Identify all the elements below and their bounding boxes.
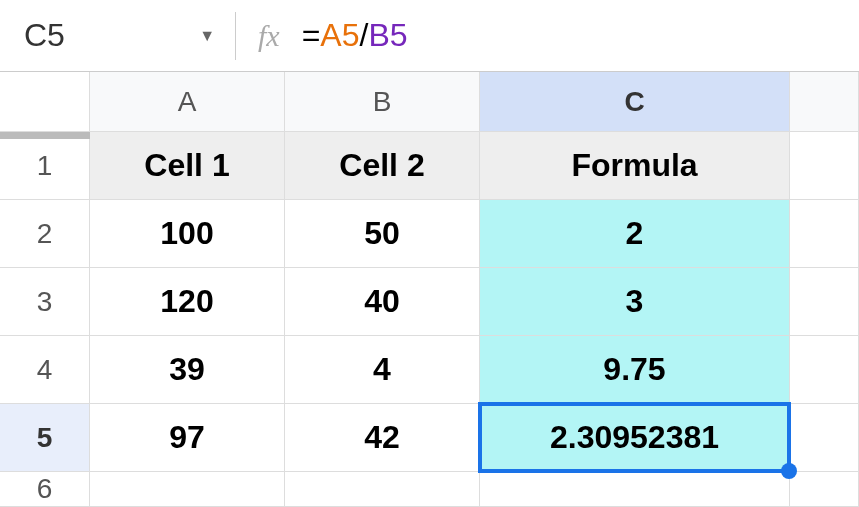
row-header-1[interactable]: 1 bbox=[0, 132, 90, 200]
cell-c5-value: 2.30952381 bbox=[550, 419, 719, 456]
cell-c4[interactable]: 9.75 bbox=[480, 336, 790, 404]
col-header-c[interactable]: C bbox=[480, 72, 790, 132]
col-header-b[interactable]: B bbox=[285, 72, 480, 132]
row-header-5[interactable]: 5 bbox=[0, 404, 90, 472]
row-header-4[interactable]: 4 bbox=[0, 336, 90, 404]
cell-a3[interactable]: 120 bbox=[90, 268, 285, 336]
cell-b2-value: 50 bbox=[364, 215, 400, 252]
row-label-6: 6 bbox=[37, 473, 53, 505]
formula-eq: = bbox=[302, 17, 321, 54]
cell-b3-value: 40 bbox=[364, 283, 400, 320]
cell-b4[interactable]: 4 bbox=[285, 336, 480, 404]
cell-d6[interactable] bbox=[790, 472, 859, 507]
row-label-3: 3 bbox=[37, 286, 53, 318]
cell-d4[interactable] bbox=[790, 336, 859, 404]
row-header-3[interactable]: 3 bbox=[0, 268, 90, 336]
cell-b5-value: 42 bbox=[364, 419, 400, 456]
fx-label: fx bbox=[236, 19, 302, 53]
cell-c5[interactable]: 2.30952381 bbox=[480, 404, 790, 472]
col-header-a[interactable]: A bbox=[90, 72, 285, 132]
row-label-4: 4 bbox=[37, 354, 53, 386]
name-box[interactable]: C5 ▼ bbox=[0, 17, 235, 54]
cell-b2[interactable]: 50 bbox=[285, 200, 480, 268]
cell-a4[interactable]: 39 bbox=[90, 336, 285, 404]
cell-a4-value: 39 bbox=[169, 351, 205, 388]
formula-input[interactable]: =A5/B5 bbox=[302, 17, 408, 54]
row-label-1: 1 bbox=[37, 150, 53, 182]
cell-d1[interactable] bbox=[790, 132, 859, 200]
row-label-5: 5 bbox=[37, 422, 53, 454]
cell-c6[interactable] bbox=[480, 472, 790, 507]
cell-d5[interactable] bbox=[790, 404, 859, 472]
col-label-b: B bbox=[373, 86, 392, 118]
col-label-c: C bbox=[624, 86, 644, 118]
cell-a5[interactable]: 97 bbox=[90, 404, 285, 472]
spreadsheet-grid: A B C 1 Cell 1 Cell 2 Formula 2 100 50 2… bbox=[0, 72, 859, 507]
cell-a2-value: 100 bbox=[160, 215, 213, 252]
cell-b1[interactable]: Cell 2 bbox=[285, 132, 480, 200]
cell-b4-value: 4 bbox=[373, 351, 391, 388]
formula-bar: C5 ▼ fx =A5/B5 bbox=[0, 0, 859, 72]
formula-ref-a5: A5 bbox=[320, 17, 359, 54]
cell-a2[interactable]: 100 bbox=[90, 200, 285, 268]
cell-d2[interactable] bbox=[790, 200, 859, 268]
cell-b6[interactable] bbox=[285, 472, 480, 507]
cell-b3[interactable]: 40 bbox=[285, 268, 480, 336]
cell-a3-value: 120 bbox=[160, 283, 213, 320]
cell-b5[interactable]: 42 bbox=[285, 404, 480, 472]
cell-c2-value: 2 bbox=[626, 215, 644, 252]
cell-d3[interactable] bbox=[790, 268, 859, 336]
selection-handle[interactable] bbox=[781, 463, 797, 479]
corner-marker bbox=[0, 132, 90, 139]
cell-a1-value: Cell 1 bbox=[144, 147, 229, 184]
cell-c1-value: Formula bbox=[571, 147, 697, 184]
formula-ref-b5: B5 bbox=[368, 17, 407, 54]
cell-c4-value: 9.75 bbox=[603, 351, 665, 388]
cell-c3-value: 3 bbox=[626, 283, 644, 320]
cell-a5-value: 97 bbox=[169, 419, 205, 456]
name-box-value: C5 bbox=[24, 17, 65, 54]
cell-a1[interactable]: Cell 1 bbox=[90, 132, 285, 200]
col-label-a: A bbox=[178, 86, 197, 118]
cell-b1-value: Cell 2 bbox=[339, 147, 424, 184]
cell-a6[interactable] bbox=[90, 472, 285, 507]
name-box-dropdown-icon[interactable]: ▼ bbox=[199, 27, 215, 45]
row-label-2: 2 bbox=[37, 218, 53, 250]
row-header-2[interactable]: 2 bbox=[0, 200, 90, 268]
col-header-d[interactable] bbox=[790, 72, 859, 132]
cell-c1[interactable]: Formula bbox=[480, 132, 790, 200]
cell-c2[interactable]: 2 bbox=[480, 200, 790, 268]
select-all-corner[interactable] bbox=[0, 72, 90, 132]
row-header-6[interactable]: 6 bbox=[0, 472, 90, 507]
formula-op: / bbox=[359, 17, 368, 54]
cell-c3[interactable]: 3 bbox=[480, 268, 790, 336]
